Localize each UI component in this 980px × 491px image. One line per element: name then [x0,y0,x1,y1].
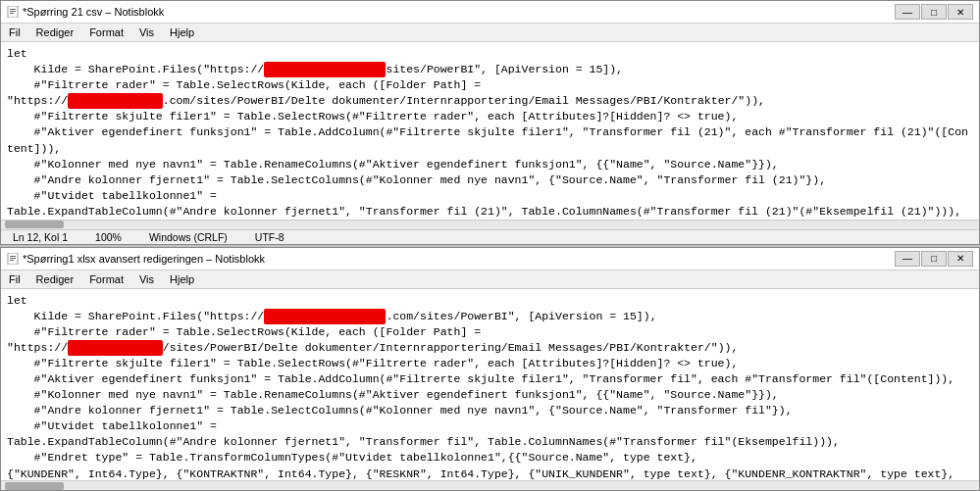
close-button-2[interactable]: ✕ [948,251,973,267]
window-2: *Spørring1 xlsx avansert redigeringen – … [0,247,980,492]
redacted-2: XXXXXXXXXXXXXX [68,93,163,109]
redacted-4: XXXXXXXXXXXXXX [68,340,163,356]
scroll-thumb-2[interactable] [5,482,64,490]
window-title-2: *Spørring1 xlsx avansert redigeringen – … [23,253,265,265]
status-line-col-1: Ln 12, Kol 1 [9,231,72,243]
notepad-icon-1 [7,6,19,18]
svg-rect-7 [10,260,14,261]
title-buttons-1: — □ ✕ [895,4,973,20]
svg-rect-1 [10,9,16,10]
menu-format-2[interactable]: Format [85,272,128,286]
svg-rect-6 [10,258,16,259]
editor-1[interactable]: let Kilde = SharePoint.Files("https://XX… [1,42,979,220]
menu-rediger-1[interactable]: Rediger [32,25,78,39]
maximize-button-1[interactable]: □ [921,4,947,20]
title-bar-left-1: *Spørring 21 csv – Notisblokk [7,6,164,18]
menu-vis-2[interactable]: Vis [135,272,158,286]
menu-rediger-2[interactable]: Rediger [32,272,78,286]
menu-bar-1: Fil Rediger Format Vis Hjelp [1,24,979,42]
window-title-1: *Spørring 21 csv – Notisblokk [23,6,164,18]
status-bar-1: Ln 12, Kol 1 100% Windows (CRLF) UTF-8 [1,229,979,244]
title-buttons-2: — □ ✕ [895,251,973,267]
menu-fil-2[interactable]: Fil [5,272,25,286]
title-bar-left-2: *Spørring1 xlsx avansert redigeringen – … [7,253,265,265]
menu-vis-1[interactable]: Vis [135,25,158,39]
maximize-button-2[interactable]: □ [921,251,947,267]
scrollbar-x-2[interactable] [1,480,979,490]
status-zoom-1: 100% [91,231,126,243]
svg-rect-5 [10,256,16,257]
title-bar-2: *Spørring1 xlsx avansert redigeringen – … [1,248,979,270]
menu-bar-2: Fil Rediger Format Vis Hjelp [1,270,979,289]
menu-format-1[interactable]: Format [85,25,128,39]
status-encoding-1: UTF-8 [251,231,288,243]
redacted-3: XXXXXXXXXXXXXXXXXX [264,309,386,324]
menu-hjelp-2[interactable]: Hjelp [166,272,198,286]
notepad-icon-2 [7,253,19,265]
editor-2[interactable]: let Kilde = SharePoint.Files("https://XX… [1,289,979,481]
scroll-thumb-1[interactable] [5,221,64,228]
title-bar-1: *Spørring 21 csv – Notisblokk — □ ✕ [1,1,979,24]
svg-rect-3 [10,13,14,14]
window-1: *Spørring 21 csv – Notisblokk — □ ✕ Fil … [0,0,980,245]
menu-fil-1[interactable]: Fil [5,25,25,39]
close-button-1[interactable]: ✕ [948,4,973,20]
scrollbar-x-1[interactable] [1,220,979,229]
redacted-1: XXXXXXXXXXXXXXXXXX [264,62,386,77]
svg-rect-2 [10,11,16,12]
status-line-ending-1: Windows (CRLF) [145,231,232,243]
minimize-button-1[interactable]: — [895,4,920,20]
minimize-button-2[interactable]: — [895,251,920,267]
menu-hjelp-1[interactable]: Hjelp [166,25,198,39]
